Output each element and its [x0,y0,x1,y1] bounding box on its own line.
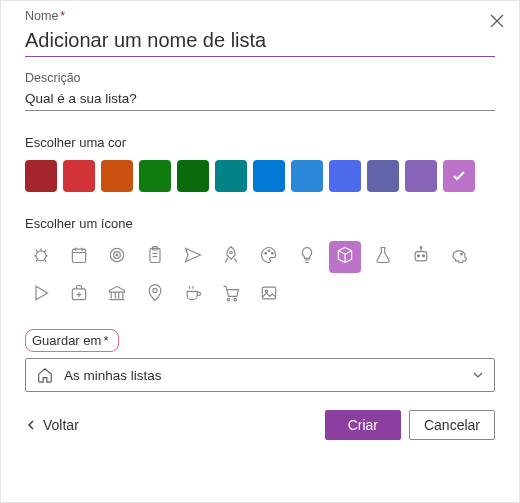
svg-point-40 [227,298,230,301]
required-marker: * [60,9,65,23]
mappin-icon [145,283,165,307]
svg-point-39 [153,288,157,292]
icon-option[interactable] [405,241,437,273]
color-swatch[interactable] [177,160,209,192]
description-input[interactable] [25,87,495,111]
color-swatch[interactable] [367,160,399,192]
icon-option[interactable] [63,241,95,273]
color-swatch[interactable] [291,160,323,192]
icon-option[interactable] [63,279,95,311]
icon-option[interactable] [291,241,323,273]
cube-icon [335,245,355,269]
back-button[interactable]: Voltar [25,417,79,433]
icon-option[interactable] [329,241,361,273]
color-swatch[interactable] [63,160,95,192]
svg-rect-42 [262,287,275,299]
coffee-icon [183,283,203,307]
svg-point-41 [234,298,237,301]
cart-icon [221,283,241,307]
svg-point-16 [116,254,118,256]
color-swatch[interactable] [25,160,57,192]
icon-option[interactable] [253,241,285,273]
icon-grid [25,241,495,311]
rocket-icon [221,245,241,269]
icon-option[interactable] [215,279,247,311]
svg-line-4 [36,250,38,253]
icon-option[interactable] [25,279,57,311]
color-swatch[interactable] [405,160,437,192]
clipboard-icon [145,245,165,269]
chevron-down-icon [472,369,484,381]
check-icon [451,168,467,184]
create-button[interactable]: Criar [325,410,401,440]
svg-line-5 [44,250,46,253]
close-button[interactable] [485,9,509,33]
home-icon [36,366,54,384]
icon-option[interactable] [253,279,285,311]
svg-point-23 [268,250,270,252]
airplane-icon [183,245,203,269]
icon-option[interactable] [177,279,209,311]
svg-rect-25 [415,252,427,261]
chevron-left-icon [25,419,37,431]
bug-icon [31,245,51,269]
color-swatch[interactable] [215,160,247,192]
svg-point-24 [272,253,274,255]
lightbulb-icon [297,245,317,269]
svg-point-21 [230,251,233,254]
icon-option[interactable] [101,279,133,311]
cancel-button[interactable]: Cancelar [409,410,495,440]
bank-icon [107,283,127,307]
dropdown-value: As minhas listas [64,368,162,383]
svg-point-27 [423,255,425,257]
color-swatch[interactable] [329,160,361,192]
save-to-label: Guardar em* [25,329,119,352]
close-icon [490,14,504,28]
save-location-dropdown[interactable]: As minhas listas [25,358,495,392]
color-row [25,160,495,192]
description-label: Descrição [25,71,495,85]
icon-option[interactable] [215,241,247,273]
back-label: Voltar [43,417,79,433]
color-swatch[interactable] [139,160,171,192]
piggybank-icon [449,245,469,269]
color-swatch[interactable] [443,160,475,192]
icon-option[interactable] [139,241,171,273]
choose-icon-label: Escolher um ícone [25,216,495,231]
svg-point-22 [265,253,267,255]
image-icon [259,283,279,307]
icon-option[interactable] [139,279,171,311]
svg-line-8 [36,259,38,262]
calendar-icon [69,245,89,269]
color-swatch[interactable] [101,160,133,192]
target-icon [107,245,127,269]
choose-color-label: Escolher uma cor [25,135,495,150]
robot-icon [411,245,431,269]
required-marker: * [103,333,108,348]
play-icon [31,283,51,307]
flask-icon [373,245,393,269]
icon-option[interactable] [25,241,57,273]
icon-option[interactable] [367,241,399,273]
svg-line-9 [44,259,46,262]
svg-point-30 [461,253,463,255]
icon-option[interactable] [177,241,209,273]
name-label: Nome* [25,9,495,23]
firstaid-icon [69,283,89,307]
svg-rect-10 [72,249,85,262]
name-input[interactable] [25,25,495,57]
palette-icon [259,245,279,269]
icon-option[interactable] [101,241,133,273]
icon-option[interactable] [443,241,475,273]
svg-point-26 [418,255,420,257]
color-swatch[interactable] [253,160,285,192]
